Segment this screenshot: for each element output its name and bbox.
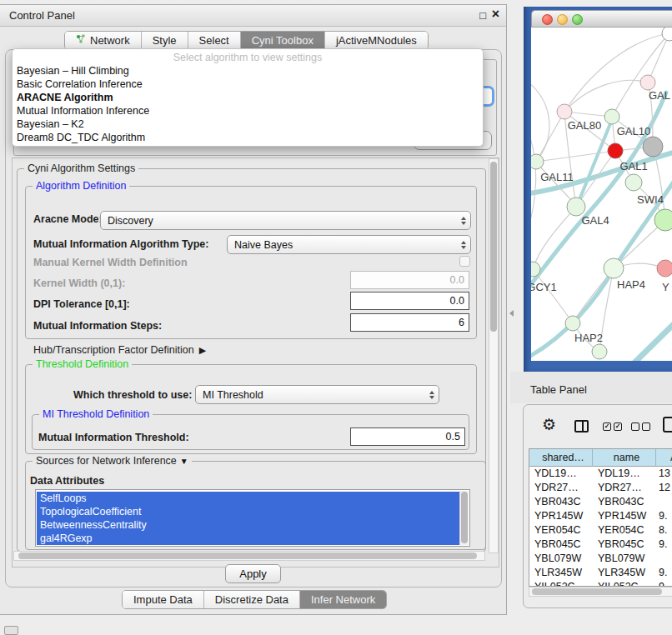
- table-cell: YLR345W: [593, 566, 656, 580]
- mi-threshold-group-title: MI Threshold Definition: [39, 408, 153, 420]
- tab-label: Cyni Toolbox: [252, 34, 313, 47]
- network-edge: [531, 123, 536, 238]
- node-gal[interactable]: [640, 75, 655, 90]
- mi-steps-input[interactable]: [350, 313, 469, 332]
- table-row[interactable]: YDL19…YDL19…13: [529, 467, 672, 481]
- tab-cyni-toolbox[interactable]: Cyni Toolbox: [241, 32, 325, 49]
- mi-type-select[interactable]: Naive Bayes: [227, 235, 471, 254]
- column-header-name[interactable]: name: [593, 449, 656, 467]
- apply-button[interactable]: Apply: [225, 564, 281, 583]
- node-unlabeled[interactable]: [592, 344, 607, 359]
- table-row[interactable]: YBR045CYBR045C9.: [529, 538, 672, 552]
- tab-infer-network[interactable]: Infer Network: [300, 591, 386, 608]
- dropdown-item-basic-correlation-inference[interactable]: Basic Correlation Inference: [13, 78, 483, 91]
- tab-network[interactable]: Network: [65, 32, 142, 49]
- dpi-tolerance-input[interactable]: [350, 292, 469, 310]
- mi-type-label: Mutual Information Algorithm Type:: [33, 238, 208, 250]
- node-unlabeled[interactable]: [662, 28, 672, 41]
- table-cell: 9.: [656, 566, 672, 580]
- aracne-mode-select[interactable]: Discovery: [100, 211, 471, 230]
- which-threshold-label: Which threshold to use:: [73, 389, 192, 401]
- close-traffic-light-icon[interactable]: [542, 14, 553, 25]
- which-threshold-select[interactable]: MI Threshold: [195, 385, 439, 404]
- sources-group-title[interactable]: Sources for Network Inference▼: [33, 455, 192, 467]
- table-cell: YBL079W: [593, 552, 656, 566]
- zoom-traffic-light-icon[interactable]: [572, 14, 583, 25]
- node-label-gal: GAL: [649, 89, 670, 102]
- stepper-icon: [457, 217, 470, 225]
- aracne-mode-value: Discovery: [101, 215, 457, 227]
- select-all-icon[interactable]: ✓✓: [603, 422, 622, 431]
- tab-impute-data[interactable]: Impute Data: [123, 591, 204, 608]
- node-hap2[interactable]: [565, 316, 580, 331]
- split-columns-icon[interactable]: [574, 420, 589, 432]
- float-window-icon[interactable]: □: [479, 8, 486, 23]
- table-cell: [656, 552, 672, 566]
- table-horizontal-scroll-thumb[interactable]: [532, 588, 662, 595]
- node-unlabeled[interactable]: [643, 137, 663, 157]
- tab-style[interactable]: Style: [142, 32, 188, 49]
- node-swi4[interactable]: [625, 174, 642, 191]
- kernel-width-input[interactable]: [350, 271, 469, 289]
- dropdown-item-bayesian-k2[interactable]: Bayesian – K2: [13, 118, 483, 131]
- tab-jactivemnodules[interactable]: jActiveMNodules: [325, 32, 428, 49]
- hub-definition-toggle[interactable]: Hub/Transcription Factor Definition▶: [33, 344, 206, 356]
- table-cell: 9: [656, 580, 672, 587]
- gear-icon[interactable]: ⚙: [542, 416, 556, 434]
- settings-horizontal-scroll-thumb[interactable]: [18, 552, 477, 559]
- dropdown-item-aracne-algorithm[interactable]: ARACNE Algorithm: [13, 91, 483, 104]
- deselect-all-icon[interactable]: [631, 422, 650, 431]
- node-unlabeled[interactable]: [654, 209, 672, 231]
- node-gal10[interactable]: [604, 109, 619, 124]
- dropdown-item-mutual-information-inference[interactable]: Mutual Information Inference: [13, 104, 483, 118]
- tab-label: Style: [153, 34, 177, 47]
- table-row[interactable]: YIL052CYIL052C9: [529, 580, 672, 587]
- table-cell: YLR345W: [529, 566, 593, 580]
- node-gal4[interactable]: [567, 198, 585, 216]
- panel-icon[interactable]: [663, 417, 672, 432]
- settings-vertical-scrollbar: [489, 158, 499, 553]
- cyni-settings-title: Cyni Algorithm Settings: [24, 162, 138, 174]
- node-y[interactable]: [657, 260, 672, 277]
- tab-label: jActiveMNodules: [336, 34, 417, 47]
- column-header-shared[interactable]: shared…: [529, 449, 593, 467]
- dropdown-item-bayesian-hill-climbing[interactable]: Bayesian – Hill Climbing: [13, 64, 483, 78]
- node-gal11[interactable]: [531, 154, 544, 169]
- dropdown-item-dream8-dc-tdc-algorithm[interactable]: Dream8 DC_TDC Algorithm: [13, 131, 483, 144]
- attribute-item-topologicalcoefficient[interactable]: TopologicalCoefficient: [37, 505, 459, 518]
- control-panel-window: Control Panel □ × NetworkStyleSelectCyni…: [0, 4, 507, 615]
- attribute-item-betweennesscentrality[interactable]: BetweennessCentrality: [37, 518, 459, 532]
- table-cell: 9.: [656, 509, 672, 523]
- settings-vertical-scroll-thumb[interactable]: [490, 162, 497, 332]
- mi-threshold-input[interactable]: [350, 428, 465, 446]
- table-row[interactable]: YDR27…YDR27…12: [529, 481, 672, 495]
- table-panel-title: Table Panel: [530, 383, 587, 396]
- data-attributes-list: SelfLoopsTopologicalCoefficientBetweenne…: [35, 489, 470, 547]
- tab-discretize-data[interactable]: Discretize Data: [204, 591, 300, 608]
- table-cell: YBR045C: [529, 538, 593, 552]
- table-cell: YER054C: [529, 523, 593, 538]
- stepper-icon: [425, 391, 439, 399]
- corner-mini-button[interactable]: [4, 626, 18, 635]
- node-gal80[interactable]: [557, 104, 572, 119]
- table-row[interactable]: YER054CYER054C8.: [529, 523, 672, 538]
- node-gal1[interactable]: [608, 143, 623, 158]
- attribute-item-gal4rgexp[interactable]: gal4RGexp: [37, 532, 459, 545]
- table-row[interactable]: YBR043CYBR043C: [529, 495, 672, 509]
- table-cell: YER054C: [593, 523, 656, 538]
- close-window-icon[interactable]: ×: [492, 7, 499, 22]
- table-row[interactable]: YLR345WYLR345W9.: [529, 566, 672, 580]
- tab-select[interactable]: Select: [188, 32, 241, 49]
- node-hap4[interactable]: [604, 258, 624, 278]
- table-body: YDL19…YDL19…13YDR27…YDR27…12YBR043CYBR04…: [529, 467, 672, 587]
- tab-label: Infer Network: [311, 593, 375, 606]
- manual-kernel-checkbox[interactable]: [459, 256, 470, 267]
- panel-collapse-arrow-icon[interactable]: [509, 310, 514, 317]
- table-row[interactable]: YPR145WYPR145W9.: [529, 509, 672, 523]
- attr-list-scroll-thumb[interactable]: [461, 492, 468, 543]
- minimize-traffic-light-icon[interactable]: [557, 14, 568, 25]
- column-header-a[interactable]: A: [656, 449, 672, 467]
- network-canvas[interactable]: GALGAL80GAL10GAL1GAL11GAL4SWI4GCY1HAP4YH…: [531, 28, 672, 361]
- table-row[interactable]: YBL079WYBL079W: [529, 552, 672, 566]
- attribute-item-selfloops[interactable]: SelfLoops: [37, 492, 459, 505]
